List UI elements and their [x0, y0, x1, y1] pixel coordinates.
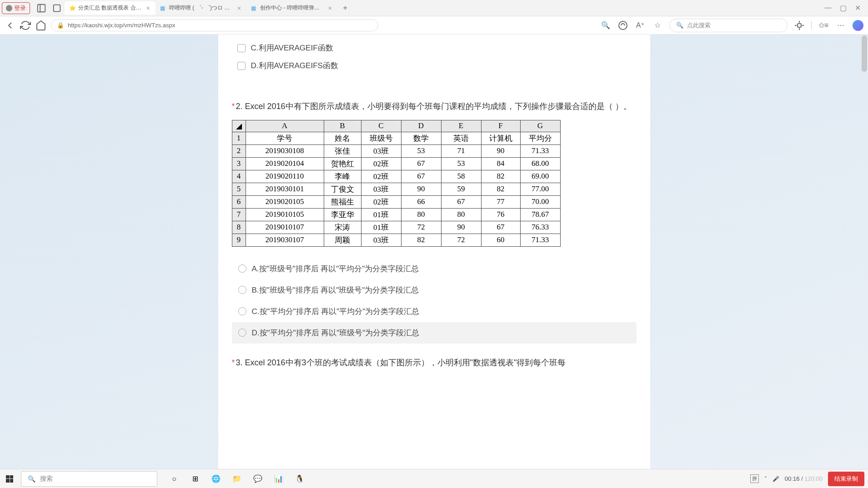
row-number: 5	[232, 183, 246, 195]
cell: 学号	[246, 132, 324, 144]
cell: 76	[481, 208, 520, 221]
scrollbar-thumb[interactable]	[862, 35, 867, 72]
cell: 02班	[361, 195, 401, 208]
cell: 李亚华	[324, 208, 361, 221]
cell: 02班	[361, 157, 401, 170]
refresh-button[interactable]	[20, 20, 31, 31]
cell: 2019020110	[246, 170, 324, 183]
svg-rect-2	[54, 5, 60, 11]
table-row: 82019010107宋涛01班72906776.33	[232, 221, 560, 234]
q1-option-c[interactable]: C.利用AVERAGEIF函数	[232, 39, 637, 57]
maximize-button[interactable]: ▢	[840, 4, 847, 12]
table-row: 62019020105熊福生02班66677770.00	[232, 195, 560, 208]
cell: 72	[401, 221, 441, 234]
cell: 2019030107	[246, 234, 324, 246]
close-icon[interactable]: ×	[146, 5, 151, 12]
cell: 张佳	[324, 144, 361, 157]
cell: 数学	[401, 132, 441, 144]
column-letters-row: ◢ A B C D E F G	[232, 120, 560, 132]
row-number: 7	[232, 208, 246, 221]
tab-title: 哔哩哔哩 ( ゜- ゜)つロ 干杯~-bilib	[169, 4, 234, 12]
vertical-scrollbar[interactable]	[862, 35, 867, 469]
required-marker: *	[232, 358, 235, 367]
cell: 90	[401, 183, 441, 195]
star-icon: ⭐	[69, 5, 75, 11]
page-viewport: C.利用AVERAGEIF函数 D.利用AVERAGEIFS函数 *2. Exc…	[0, 35, 868, 469]
browser-search-input[interactable]: 🔍 点此搜索	[669, 19, 788, 32]
favorites-list-icon[interactable]: ✩≡	[818, 20, 829, 31]
close-icon[interactable]: ×	[327, 5, 333, 12]
cell: 03班	[361, 144, 401, 157]
minimize-button[interactable]: —	[824, 4, 832, 12]
tab-0[interactable]: ⭐ 分类汇总 数据透视表 合并计算练 ×	[65, 1, 156, 15]
q2-option-b[interactable]: B.按"班级号"排序后 再以"班级号"为分类字段汇总	[232, 279, 637, 301]
search-icon: 🔍	[676, 22, 683, 29]
question-1-options-tail: C.利用AVERAGEIF函数 D.利用AVERAGEIFS函数	[232, 39, 637, 75]
login-button[interactable]: 登录	[2, 2, 30, 14]
q2-option-c[interactable]: C.按"平均分"排序后 再以"平均分"为分类字段汇总	[232, 301, 637, 322]
workspace-icon[interactable]	[36, 3, 46, 13]
option-text: C.利用AVERAGEIF函数	[251, 43, 333, 53]
menu-icon[interactable]: ⋯	[835, 20, 846, 31]
close-window-button[interactable]: ✕	[855, 4, 861, 12]
cell: 宋涛	[324, 221, 361, 234]
radio[interactable]	[238, 286, 246, 294]
cell: 77	[481, 195, 520, 208]
tracking-icon[interactable]	[617, 20, 628, 31]
option-text: B.按"班级号"排序后 再以"班级号"为分类字段汇总	[252, 285, 419, 295]
cell: 71.33	[520, 234, 560, 246]
radio[interactable]	[238, 307, 246, 315]
col-header: F	[481, 120, 520, 132]
q1-option-d[interactable]: D.利用AVERAGEIFS函数	[232, 57, 637, 75]
tab-2[interactable]: ▦ 创作中心 - 哔哩哔哩弹幕视频网 - ×	[246, 1, 337, 15]
cell: 02班	[361, 170, 401, 183]
close-icon[interactable]: ×	[236, 5, 242, 12]
home-button[interactable]	[35, 20, 46, 31]
row-number: 8	[232, 221, 246, 234]
login-label: 登录	[14, 4, 26, 12]
url-input[interactable]: 🔒 https://kaoshi.wjx.top/vm/mzHWTzs.aspx	[51, 19, 378, 31]
tabs-overview-icon[interactable]	[52, 3, 62, 13]
svg-rect-0	[38, 4, 45, 12]
extensions-icon[interactable]	[794, 20, 805, 31]
radio[interactable]	[238, 264, 246, 273]
cell: 班级号	[361, 132, 401, 144]
question-title: *2. Excel 2016中有下图所示成绩表，小明要得到每个班每门课程的平均成…	[232, 100, 637, 114]
back-button[interactable]	[5, 20, 15, 31]
cell: 2019010105	[246, 208, 324, 221]
survey-page: C.利用AVERAGEIF函数 D.利用AVERAGEIFS函数 *2. Exc…	[218, 35, 650, 469]
table-row: 22019030108张佳03班53719071.33	[232, 144, 560, 157]
new-tab-button[interactable]: ＋	[340, 3, 350, 13]
tab-strip: ⭐ 分类汇总 数据透视表 合并计算练 × ▦ 哔哩哔哩 ( ゜- ゜)つロ 干杯…	[65, 1, 824, 15]
radio[interactable]	[238, 329, 246, 337]
reader-icon[interactable]: A⁺	[635, 20, 646, 31]
avatar-icon	[6, 5, 12, 11]
cell: 66	[401, 195, 441, 208]
excel-table-image: ◢ A B C D E F G 1 学号 姓名 班级号 数学 英语 计算机	[232, 120, 561, 247]
q2-option-d[interactable]: D.按"平均分"排序后 再以"班级号"为分类字段汇总	[232, 322, 637, 344]
header-row: 1 学号 姓名 班级号 数学 英语 计算机 平均分	[232, 132, 560, 144]
cell: 53	[441, 157, 481, 170]
favorite-icon[interactable]: ☆	[652, 20, 663, 31]
checkbox[interactable]	[237, 44, 246, 52]
q2-options: A.按"班级号"排序后 再以"平均分"为分类字段汇总 B.按"班级号"排序后 再…	[232, 258, 637, 344]
zoom-icon[interactable]: 🔍	[600, 20, 611, 31]
cell: 90	[481, 144, 520, 157]
cell: 2019030108	[246, 144, 324, 157]
q2-option-a[interactable]: A.按"班级号"排序后 再以"平均分"为分类字段汇总	[232, 258, 637, 279]
copilot-icon[interactable]	[853, 20, 863, 31]
question-text: Excel 2016中有下图所示成绩表，小明要得到每个班每门课程的平均成绩，下列…	[245, 102, 632, 111]
cell: 熊福生	[324, 195, 361, 208]
bilibili-icon: ▦	[160, 5, 166, 11]
tab-1[interactable]: ▦ 哔哩哔哩 ( ゜- ゜)つロ 干杯~-bilib ×	[156, 1, 246, 15]
cell: 01班	[361, 208, 401, 221]
cell: 2019030101	[246, 183, 324, 195]
col-header: B	[324, 120, 361, 132]
col-header: D	[401, 120, 441, 132]
checkbox[interactable]	[237, 62, 246, 70]
cell: 姓名	[324, 132, 361, 144]
cell: 76.33	[520, 221, 560, 234]
cell: 67	[401, 157, 441, 170]
col-header: E	[441, 120, 481, 132]
cell: 03班	[361, 234, 401, 246]
